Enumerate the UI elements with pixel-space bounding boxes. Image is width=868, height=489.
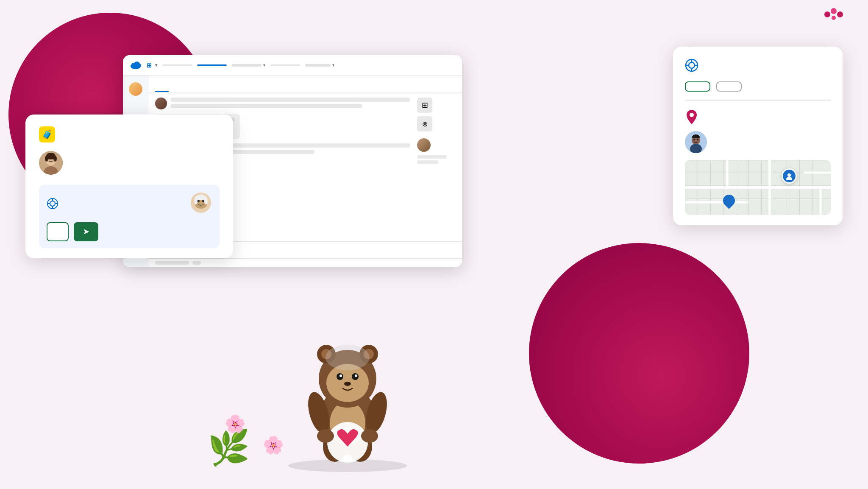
svg-point-7 [137,64,141,67]
svg-point-30 [689,62,695,68]
user-pin-icon [785,172,793,180]
right-panel-line-2 [417,160,438,164]
map-container [685,160,831,215]
case-footer: ➤ [39,185,220,248]
crm-nav-bar-1 [162,64,192,66]
einstein-card-header [685,59,831,72]
right-avatar-1 [417,138,431,152]
svg-point-67 [317,429,334,443]
case-buttons: ➤ [47,222,212,241]
einstein-gpt-card [673,47,843,225]
wizard-mascot-small [190,192,212,215]
astro-svg [288,302,407,464]
right-panel-line-1 [417,155,447,159]
chat-lines-1 [170,98,410,108]
svg-point-69 [326,345,370,370]
field-tech-avatar [685,131,707,153]
chat-avatar-1 [155,98,167,109]
nav-dropdown-arrow: ▾ [155,63,157,67]
user-face-svg [39,151,63,175]
crm-nav-bar-2 [197,64,227,66]
tech-face-svg [685,131,707,153]
svg-point-15 [45,156,48,162]
crm-nav-service[interactable]: ⊞ ▾ [147,62,157,69]
crm-right-panel: ⊞ ⊗ [417,98,455,236]
orders-line [155,261,189,265]
svg-point-35 [690,113,694,117]
svg-point-47 [787,173,791,177]
crm-nav-dropdown-1[interactable]: ▾ [232,63,265,67]
svg-point-65 [344,382,351,386]
svg-point-2 [837,11,843,17]
case-einstein-header [47,192,212,215]
svg-point-3 [832,16,836,20]
sf-cloud-icon [130,59,142,71]
right-panel-icon-1: ⊞ [417,98,432,113]
chat-message-1 [155,98,410,109]
svg-point-1 [831,8,837,14]
nav-arrow-1: ▾ [263,63,265,67]
crm-nav-dropdown-2[interactable]: ▾ [305,63,334,67]
svg-point-68 [361,429,378,443]
card-divider [685,100,831,101]
send-button[interactable]: ➤ [74,222,98,241]
field-service-header [685,109,831,124]
case-user-avatar [39,151,63,175]
svg-point-18 [50,201,55,206]
grid-icon: ⊞ [147,62,152,69]
chat-line [170,104,362,108]
wizard-face [190,192,212,214]
right-panel-content [417,138,455,164]
right-panel-icon-2: ⊗ [417,116,432,131]
orders-input-row [148,259,462,267]
crm-tabs [148,75,462,92]
field-service-section [685,109,831,215]
accept-button[interactable] [685,81,710,92]
reject-button[interactable] [716,81,742,92]
svg-point-27 [194,198,198,204]
svg-point-63 [339,374,342,377]
svg-point-39 [693,139,695,140]
chat-line [170,98,410,102]
einstein-icon-small [47,198,58,210]
plant-decoration: 🌿 [208,428,250,468]
svg-point-40 [697,139,698,140]
einstein-card-icon [685,59,698,72]
field-service-body [685,131,831,153]
tab-chat[interactable] [155,84,169,92]
svg-point-48 [786,177,792,180]
case-icon-emoji: 🧳 [42,129,53,140]
case-body [39,151,220,175]
nav-bar-5 [305,64,331,67]
crm-topbar: ⊞ ▾ ▾ ▾ [123,55,462,75]
case-icon: 🧳 [39,126,55,143]
location-pin-icon [685,109,698,124]
orders-dots [192,261,201,265]
nav-bar-3 [232,64,262,67]
nav-arrow-2: ▾ [332,63,334,67]
svg-point-16 [53,156,57,162]
case-card: 🧳 [25,115,233,258]
svg-point-64 [355,374,357,377]
bg-circle-right [529,243,749,464]
svg-point-28 [204,198,208,204]
einstein-card-buttons [685,81,831,92]
astro-mascot [288,302,407,464]
salesforce-logo-top [823,7,844,24]
adjust-button[interactable] [47,222,69,241]
map-roads-svg [685,160,831,215]
flower-2: 🌸 [263,435,284,455]
map-user-pin [782,168,797,184]
sidebar-avatar-1 [129,82,142,96]
crm-nav-bar-4 [270,64,300,66]
send-icon: ➤ [83,227,89,236]
flower-1: 🌸 [225,414,246,434]
svg-point-0 [824,11,830,17]
case-header: 🧳 [39,126,220,143]
